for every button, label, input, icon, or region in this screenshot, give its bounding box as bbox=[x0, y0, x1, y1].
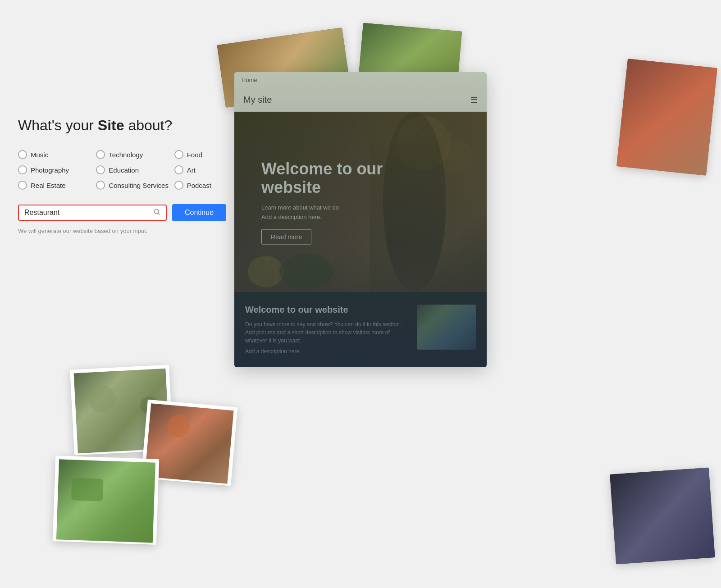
label-music: Music bbox=[31, 151, 48, 159]
label-technology: Technology bbox=[109, 151, 143, 159]
radio-art[interactable] bbox=[174, 165, 183, 174]
search-button[interactable] bbox=[153, 208, 160, 217]
deco-photo-right-2 bbox=[610, 468, 715, 565]
label-art: Art bbox=[187, 166, 196, 174]
page-title: What's your Site about? bbox=[18, 117, 252, 134]
preview-window: Home My site ☰ Welcome to our website Le… bbox=[234, 72, 487, 367]
radio-real-estate[interactable] bbox=[18, 181, 27, 190]
radio-education[interactable] bbox=[96, 165, 105, 174]
search-input[interactable] bbox=[24, 209, 150, 217]
radio-food[interactable] bbox=[174, 150, 183, 159]
site-type-form: What's your Site about? Music Technology… bbox=[18, 117, 252, 234]
option-food[interactable]: Food bbox=[174, 150, 252, 159]
option-podcast[interactable]: Podcast bbox=[174, 181, 252, 190]
label-consulting: Consulting Services bbox=[109, 182, 169, 189]
option-consulting[interactable]: Consulting Services bbox=[96, 181, 174, 190]
option-real-estate[interactable]: Real Estate bbox=[18, 181, 96, 190]
radio-music[interactable] bbox=[18, 150, 27, 159]
category-options-grid: Music Technology Food Photography Educat… bbox=[18, 150, 252, 190]
deco-photo-right-1 bbox=[616, 59, 717, 176]
bottom-image bbox=[417, 305, 476, 350]
bottom-image-inner bbox=[417, 305, 476, 350]
radio-technology[interactable] bbox=[96, 150, 105, 159]
radio-consulting[interactable] bbox=[96, 181, 105, 190]
label-photography: Photography bbox=[31, 166, 69, 174]
helper-text: We will generate our website based on yo… bbox=[18, 228, 252, 234]
preview-bottom-section: Welcome to our website Do you have more … bbox=[234, 292, 487, 367]
option-education[interactable]: Education bbox=[96, 165, 174, 174]
radio-photography[interactable] bbox=[18, 165, 27, 174]
radio-podcast[interactable] bbox=[174, 181, 183, 190]
label-food: Food bbox=[187, 151, 202, 159]
label-real-estate: Real Estate bbox=[31, 182, 66, 189]
option-photography[interactable]: Photography bbox=[18, 165, 96, 174]
svg-line-1 bbox=[158, 213, 160, 215]
label-education: Education bbox=[109, 166, 139, 174]
photo-collage bbox=[54, 367, 261, 561]
collage-photo-3 bbox=[53, 456, 159, 545]
label-podcast: Podcast bbox=[187, 182, 211, 189]
search-row: Continue bbox=[18, 204, 252, 221]
continue-button[interactable]: Continue bbox=[172, 204, 226, 221]
search-wrapper[interactable] bbox=[18, 205, 167, 221]
option-art[interactable]: Art bbox=[174, 165, 252, 174]
option-technology[interactable]: Technology bbox=[96, 150, 174, 159]
option-music[interactable]: Music bbox=[18, 150, 96, 159]
